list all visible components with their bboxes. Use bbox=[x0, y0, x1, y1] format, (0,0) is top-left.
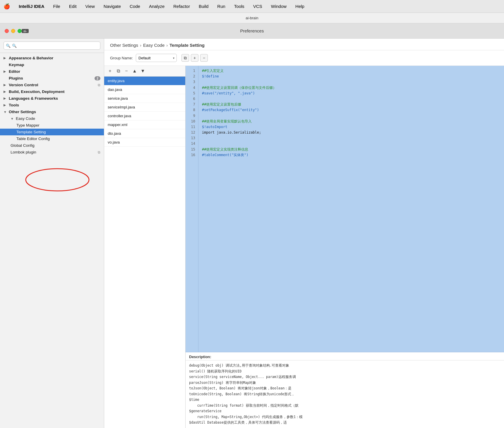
group-name-row: Group Name: Default ▾ ⧉ + − bbox=[104, 50, 504, 66]
sidebar-item-lombok[interactable]: Lombok plugin ⧉ bbox=[0, 149, 104, 156]
sidebar-item-label: Plugins bbox=[9, 76, 23, 80]
file-menu[interactable]: File bbox=[52, 3, 62, 9]
sidebar-item-plugins[interactable]: Plugins 2 bbox=[0, 75, 104, 82]
remove-template-button[interactable]: − bbox=[123, 68, 130, 75]
minimize-button[interactable] bbox=[11, 29, 15, 33]
sidebar-item-label: Languages & Frameworks bbox=[9, 96, 58, 101]
arrow-icon: ▼ bbox=[11, 117, 14, 120]
sidebar-item-label: Other Settings bbox=[9, 110, 36, 114]
code-line-15: ##使用宏定义实现类注释信息 bbox=[202, 147, 500, 152]
plugins-badge: 2 bbox=[95, 76, 100, 80]
sidebar-item-languages[interactable]: ▶ Languages & Frameworks bbox=[0, 95, 104, 102]
template-item-service-java[interactable]: service.java bbox=[104, 94, 185, 103]
description-panel: Description: debug(Object obj) 调试方法,用于查询… bbox=[186, 352, 504, 428]
template-item-vo-java[interactable]: vo.java bbox=[104, 138, 185, 147]
code-area: 12345678910111213141516 ##引入宏定义 $!define… bbox=[186, 66, 504, 352]
arrow-icon: ▼ bbox=[4, 110, 7, 114]
template-item-mapper-xml[interactable]: mapper.xml bbox=[104, 120, 185, 129]
help-menu[interactable]: Help bbox=[294, 3, 306, 9]
sidebar-item-version-control[interactable]: ▶ Version Control ⧉ bbox=[0, 82, 104, 88]
code-line-2: $!define bbox=[202, 74, 500, 79]
analyze-menu[interactable]: Analyze bbox=[147, 3, 166, 9]
search-container: 🔍 bbox=[0, 39, 104, 53]
arrow-icon: ▶ bbox=[4, 103, 7, 107]
window-menu[interactable]: Window bbox=[269, 3, 288, 9]
build-menu[interactable]: Build bbox=[197, 3, 210, 9]
maximize-button[interactable] bbox=[18, 29, 22, 33]
breadcrumb-template-setting: Template Setting bbox=[169, 43, 205, 48]
sidebar-item-label: Build, Execution, Deployment bbox=[9, 89, 65, 94]
sidebar-item-type-mapper[interactable]: Type Mapper bbox=[0, 122, 104, 129]
sidebar-item-other-settings[interactable]: ▼ Other Settings bbox=[0, 108, 104, 115]
sidebar-item-label: Keymap bbox=[9, 63, 24, 67]
remove-group-button[interactable]: − bbox=[200, 54, 208, 62]
traffic-lights bbox=[5, 29, 22, 33]
arrow-icon: ▶ bbox=[4, 83, 7, 87]
sidebar-item-keymap[interactable]: Keymap bbox=[0, 61, 104, 68]
group-name-select[interactable]: Default bbox=[136, 54, 177, 62]
sidebar-tree: ▶ Appearance & Behavior Keymap ▶ Editor … bbox=[0, 53, 104, 428]
code-line-7: ##使用宏定义设置包后缀 bbox=[202, 102, 500, 107]
code-line-1: ##引入宏定义 bbox=[202, 68, 500, 74]
editor-panel: 12345678910111213141516 ##引入宏定义 $!define… bbox=[186, 66, 504, 428]
breadcrumb: Other Settings › Easy Code › Template Se… bbox=[104, 39, 504, 50]
template-item-dao-java[interactable]: dao.java bbox=[104, 85, 185, 94]
desc-line: $time bbox=[189, 397, 500, 403]
template-item-entity-java[interactable]: entity.java bbox=[104, 77, 185, 85]
add-template-button[interactable]: + bbox=[107, 68, 114, 75]
template-item-serviceimpl-java[interactable]: serviceImpl.java bbox=[104, 103, 185, 112]
sidebar-item-label: Table Editor Config bbox=[16, 137, 50, 141]
desc-line: service(String serviceName, Object... pa… bbox=[189, 374, 500, 380]
code-menu[interactable]: Code bbox=[128, 3, 142, 9]
template-item-controller-java[interactable]: controller.java bbox=[104, 112, 185, 120]
desc-line: toJson(Object, Boolean) 将对象转json对象，Boole… bbox=[189, 386, 500, 391]
project-name: ai-brain bbox=[246, 16, 258, 20]
copy-icon: ⧉ bbox=[98, 150, 100, 154]
sidebar-item-label: Tools bbox=[9, 103, 19, 107]
code-line-6 bbox=[202, 96, 500, 102]
view-menu[interactable]: View bbox=[84, 3, 97, 9]
copy-group-button[interactable]: ⧉ bbox=[181, 54, 189, 62]
sidebar-item-appearance[interactable]: ▶ Appearance & Behavior bbox=[0, 55, 104, 61]
breadcrumb-sep2: › bbox=[166, 43, 168, 48]
sidebar-item-easy-code[interactable]: ▼ Easy Code bbox=[0, 115, 104, 122]
desc-line: currTime(String format) 获取当前时间，指定时间格式（默 bbox=[189, 403, 500, 409]
code-line-8: #setPackageSuffix("entity") bbox=[202, 107, 500, 113]
sidebar-item-label: Easy Code bbox=[16, 116, 35, 121]
breadcrumb-easy-code: Easy Code bbox=[143, 43, 164, 48]
navigate-menu[interactable]: Navigate bbox=[102, 3, 123, 9]
tools-menu[interactable]: Tools bbox=[232, 3, 246, 9]
run-menu[interactable]: Run bbox=[215, 3, 227, 9]
breadcrumb-other-settings: Other Settings bbox=[110, 43, 138, 48]
template-content: + ⧉ − ▲ ▼ entity.java dao.java service.j… bbox=[104, 66, 504, 428]
add-group-button[interactable]: + bbox=[191, 54, 198, 62]
sidebar-item-tools[interactable]: ▶ Tools bbox=[0, 102, 104, 108]
copy-icon: ⧉ bbox=[98, 83, 100, 87]
preferences-window: ai- Preferences 🔍 ▶ Appearance & Behavio… bbox=[0, 23, 504, 428]
template-item-dto-java[interactable]: dto.java bbox=[104, 129, 185, 138]
copy-template-button[interactable]: ⧉ bbox=[115, 68, 122, 75]
code-line-12: import java.io.Serializable; bbox=[202, 130, 500, 135]
arrow-icon: ▶ bbox=[4, 70, 7, 73]
vcs-menu[interactable]: VCS bbox=[251, 3, 264, 9]
edit-menu[interactable]: Edit bbox=[67, 3, 78, 9]
app-name-menu[interactable]: IntelliJ IDEA bbox=[17, 3, 46, 9]
sidebar-item-build[interactable]: ▶ Build, Execution, Deployment bbox=[0, 88, 104, 95]
search-input[interactable] bbox=[4, 42, 100, 50]
sidebar-item-editor[interactable]: ▶ Editor bbox=[0, 68, 104, 75]
apple-menu[interactable]: 🍎 bbox=[4, 3, 10, 10]
arrow-icon: ▶ bbox=[4, 56, 7, 60]
line-numbers: 12345678910111213141516 bbox=[186, 66, 198, 352]
sidebar-item-global-config[interactable]: Global Config bbox=[0, 142, 104, 149]
move-up-button[interactable]: ▲ bbox=[131, 68, 138, 75]
desc-line: run(String, Map<String,Object>) 代码生成服务，参… bbox=[189, 414, 500, 420]
content-area: 🔍 ▶ Appearance & Behavior Keymap ▶ Edito… bbox=[0, 39, 504, 428]
code-line-10: ##使用全局变量实现默认包导入 bbox=[202, 119, 500, 124]
sidebar-item-template-setting[interactable]: Template Setting bbox=[0, 129, 104, 135]
code-editor[interactable]: ##引入宏定义 $!define ##使用宏定义设置回调（保存位置与文件后缀） … bbox=[198, 66, 504, 352]
sidebar-item-table-editor-config[interactable]: Table Editor Config bbox=[0, 135, 104, 142]
refactor-menu[interactable]: Refactor bbox=[172, 3, 192, 9]
close-button[interactable] bbox=[5, 29, 9, 33]
move-down-button[interactable]: ▼ bbox=[139, 68, 146, 75]
breadcrumb-sep1: › bbox=[140, 43, 141, 48]
